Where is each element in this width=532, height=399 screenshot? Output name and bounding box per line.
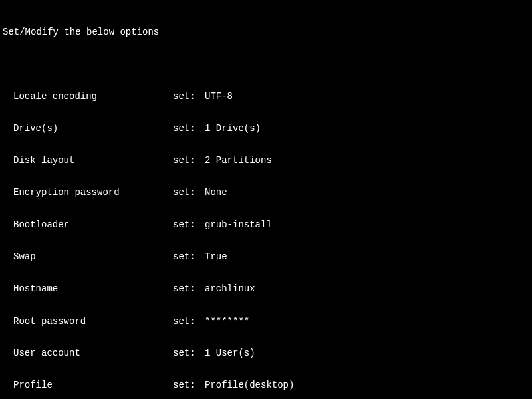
option-value: True [205,251,227,262]
option-label: Disk layout [13,155,173,166]
option-label: Root password [13,316,173,327]
option-locale-encoding[interactable]: Locale encodingset:UTF-8 [3,91,529,102]
set-label: set: [173,283,205,294]
terminal-screen: Set/Modify the below options Locale enco… [0,0,532,399]
set-label: set: [173,187,205,198]
option-label: Profile [13,380,173,390]
option-user-account[interactable]: User accountset:1 User(s) [3,348,529,358]
set-label: set: [173,155,205,166]
option-value: None [205,187,227,198]
option-label: Drive(s) [13,123,173,134]
option-root-password[interactable]: Root passwordset:******** [3,316,529,327]
option-label: Locale encoding [13,91,173,102]
option-value: archlinux [205,283,255,294]
set-label: set: [173,91,205,102]
option-hostname[interactable]: Hostnameset:archlinux [3,283,529,294]
set-label: set: [173,123,205,134]
option-label: Encryption password [13,187,173,198]
option-label: Hostname [13,283,173,294]
option-swap[interactable]: Swapset:True [3,251,529,262]
option-value: 1 User(s) [205,348,255,358]
option-value: 2 Partitions [205,155,272,166]
option-disk-layout[interactable]: Disk layoutset:2 Partitions [3,155,529,166]
set-label: set: [173,316,205,327]
option-value: 1 Drive(s) [205,123,261,134]
option-value: Profile(desktop) [205,380,294,390]
set-label: set: [173,348,205,358]
option-bootloader[interactable]: Bootloaderset:grub-install [3,219,529,230]
option-label: User account [13,348,173,358]
option-profile[interactable]: Profileset:Profile(desktop) [3,380,529,390]
option-value: ******** [205,316,249,327]
option-encryption-password[interactable]: Encryption passwordset:None [3,187,529,198]
option-drives[interactable]: Drive(s)set:1 Drive(s) [3,123,529,134]
option-label: Bootloader [13,219,173,230]
option-label: Swap [13,251,173,262]
set-label: set: [173,380,205,390]
option-value: grub-install [205,219,272,230]
set-label: set: [173,251,205,262]
set-label: set: [173,219,205,230]
page-title: Set/Modify the below options [3,27,529,37]
option-value: UTF-8 [205,91,233,102]
